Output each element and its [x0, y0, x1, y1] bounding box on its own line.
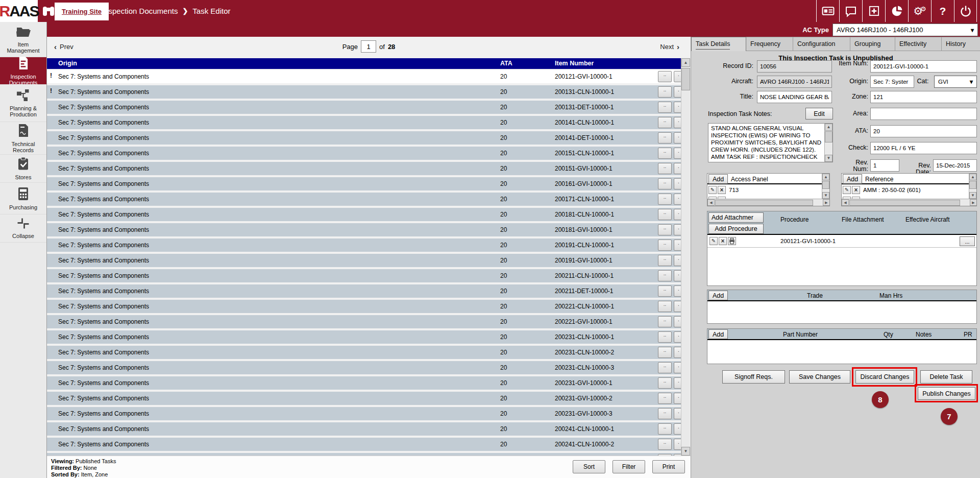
scroll-up-icon[interactable]: ▲: [822, 174, 829, 180]
scroll-left-icon[interactable]: ◀: [842, 199, 849, 206]
id-card-icon[interactable]: [816, 0, 839, 22]
inspection-task-notes[interactable]: STAND ALONE GENERAL VISUAL INSPECTION (E…: [708, 123, 833, 162]
scroll-right-icon[interactable]: ▶: [970, 199, 977, 206]
notes-scrollbar-thumb[interactable]: [825, 131, 832, 142]
row-edit-button[interactable]: ..: [658, 301, 672, 312]
row-edit-button[interactable]: ..: [658, 178, 672, 189]
scroll-down-icon[interactable]: ▼: [969, 192, 976, 199]
add-reference-button[interactable]: Add: [843, 174, 862, 184]
row-edit-button[interactable]: ..: [658, 194, 672, 205]
table-row[interactable]: Sec 7: Systems and Components20200241-CL…: [47, 438, 681, 451]
procedure-more-button[interactable]: ...: [960, 236, 975, 246]
reference-row[interactable]: ✎×AMM : 20-50-02 (601): [842, 185, 968, 195]
row-edit-button[interactable]: ..: [658, 102, 672, 113]
row-edit-button[interactable]: ..: [658, 331, 672, 343]
row-edit-button[interactable]: ..: [658, 132, 672, 144]
row-edit-button[interactable]: ..: [658, 362, 672, 373]
check-field[interactable]: [870, 142, 977, 154]
sidebar-item-collapse[interactable]: Collapse: [0, 214, 46, 243]
scroll-up-icon[interactable]: ▲: [969, 174, 976, 180]
sidebar-item-planning-production[interactable]: Planning & Production: [0, 85, 46, 122]
row-edit-button[interactable]: ..: [658, 224, 672, 235]
notes-scroll-up-icon[interactable]: ▲: [825, 124, 832, 131]
scroll-down-icon[interactable]: ▼: [681, 447, 690, 456]
scrollbar-thumb[interactable]: [822, 181, 829, 189]
pencil-icon[interactable]: ✎: [843, 186, 851, 194]
page-number-input[interactable]: [361, 40, 376, 53]
notes-scroll-down-icon[interactable]: ▼: [825, 155, 832, 162]
table-row[interactable]: Sec 7: Systems and Components20200171-CL…: [47, 193, 681, 206]
row-edit-button[interactable]: ..: [658, 423, 672, 435]
row-edit-button[interactable]: ..: [658, 439, 672, 450]
row-edit-button[interactable]: ..: [658, 377, 672, 389]
procedure-row[interactable]: ✎×200121-GVI-10000-1...: [707, 235, 976, 248]
col-origin[interactable]: Origin: [58, 60, 77, 67]
row-edit-button[interactable]: ..: [658, 316, 672, 327]
row-edit-button[interactable]: ..: [658, 408, 672, 419]
table-row[interactable]: Sec 7: Systems and Components20200231-CL…: [47, 330, 681, 344]
edit-notes-button[interactable]: Edit: [805, 108, 833, 119]
table-row[interactable]: Sec 7: Systems and Components20200231-GV…: [47, 376, 681, 390]
table-row[interactable]: Sec 7: Systems and Components20200151-CL…: [47, 147, 681, 160]
discard-changes-button[interactable]: Discard Changes: [855, 370, 914, 384]
row-edit-button[interactable]: ..: [658, 393, 672, 404]
signoff-reqs-button[interactable]: Signoff Reqs.: [722, 370, 785, 384]
row-edit-button[interactable]: ..: [658, 148, 672, 159]
table-row[interactable]: !Sec 7: Systems and Components20200131-C…: [47, 85, 681, 99]
col-item-number[interactable]: Item Number: [555, 60, 594, 67]
row-edit-button[interactable]: ..: [658, 347, 672, 358]
scrollbar-thumb[interactable]: [969, 181, 976, 189]
help-icon[interactable]: ?: [931, 0, 954, 22]
delete-task-button[interactable]: Delete Task: [920, 370, 972, 384]
sidebar-item-technical-records[interactable]: Technical Records: [0, 122, 46, 155]
add-window-icon[interactable]: [862, 0, 885, 22]
table-row[interactable]: Sec 7: Systems and Components20200211-DE…: [47, 284, 681, 298]
title-field[interactable]: [757, 91, 832, 103]
binoculars-icon[interactable]: [42, 5, 55, 18]
row-edit-button[interactable]: ..: [658, 270, 672, 281]
settings-gears-icon[interactable]: ⚙⚙: [908, 0, 931, 22]
chat-icon[interactable]: [839, 0, 862, 22]
rev-num-field[interactable]: [870, 159, 899, 172]
scroll-up-icon[interactable]: ▲: [681, 58, 690, 67]
table-row[interactable]: Sec 7: Systems and Components20200211-CL…: [47, 269, 681, 282]
table-row[interactable]: Sec 7: Systems and Components20200181-GV…: [47, 223, 681, 236]
sidebar-item-item-management[interactable]: Item Management: [0, 22, 46, 57]
table-row[interactable]: Sec 7: Systems and Components20200221-CL…: [47, 300, 681, 313]
power-icon[interactable]: [954, 0, 977, 22]
table-row[interactable]: Sec 7: Systems and Components20200161-GV…: [47, 177, 681, 190]
table-row[interactable]: Sec 7: Systems and Components20200231-GV…: [47, 392, 681, 405]
table-vertical-scrollbar[interactable]: ▲ ▼: [681, 58, 690, 456]
row-edit-button[interactable]: ..: [658, 86, 672, 98]
table-scrollbar-thumb[interactable]: [681, 68, 690, 90]
filter-button[interactable]: Filter: [612, 460, 645, 473]
scroll-down-icon[interactable]: ▼: [822, 192, 829, 199]
delete-x-icon[interactable]: ×: [718, 186, 726, 194]
pencil-icon[interactable]: ✎: [708, 186, 717, 194]
delete-x-icon[interactable]: ×: [852, 186, 860, 194]
table-row[interactable]: Sec 7: Systems and Components20200231-GV…: [47, 407, 681, 420]
breadcrumb-section[interactable]: Inspection Documents: [102, 7, 178, 15]
table-row[interactable]: !Sec 7: Systems and Components20200121-G…: [47, 70, 681, 83]
add-part-button[interactable]: Add: [708, 329, 728, 339]
ac-type-select[interactable]: AVRO 146RJ100 - 146RJ100 ▾: [832, 23, 978, 36]
zone-field[interactable]: [870, 91, 977, 103]
table-row[interactable]: Sec 7: Systems and Components20200151-GV…: [47, 162, 681, 175]
table-row[interactable]: Sec 7: Systems and Components20200231-CL…: [47, 346, 681, 359]
add-trade-button[interactable]: Add: [708, 291, 728, 300]
row-edit-button[interactable]: ..: [658, 209, 672, 220]
row-edit-button[interactable]: ..: [658, 71, 672, 82]
scroll-left-icon[interactable]: ◀: [707, 199, 715, 206]
sidebar-item-purchasing[interactable]: Purchasing: [0, 183, 46, 214]
sidebar-item-inspection-documents[interactable]: Inspection Documents: [0, 57, 46, 85]
origin-field[interactable]: [870, 76, 914, 88]
table-row[interactable]: Sec 7: Systems and Components20200241-CL…: [47, 422, 681, 436]
cat-select[interactable]: GVI ▾: [934, 76, 977, 88]
add-access-panel-button[interactable]: Add: [708, 174, 728, 184]
tab-effectivity[interactable]: Effectivity: [895, 37, 942, 51]
raas-logo[interactable]: RAAS: [0, 0, 38, 22]
pencil-icon[interactable]: ✎: [709, 237, 718, 245]
col-ata[interactable]: ATA: [500, 60, 512, 67]
area-field[interactable]: [870, 108, 977, 120]
row-edit-button[interactable]: ..: [658, 255, 672, 266]
